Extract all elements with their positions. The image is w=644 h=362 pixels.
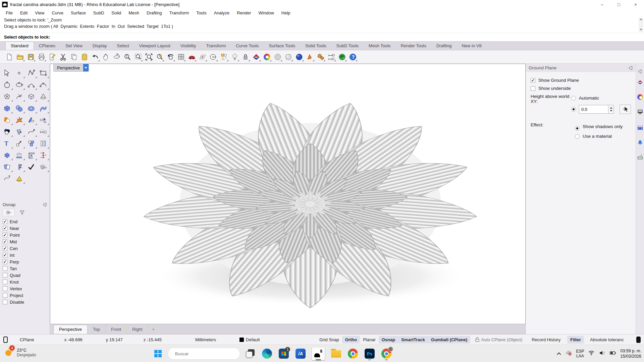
edit-annotate-icon[interactable] [48, 52, 57, 62]
checkbox[interactable]: ✓ [3, 239, 7, 244]
shaded-sphere-icon[interactable] [273, 52, 282, 62]
tolerance-readout[interactable]: Absolute toleranc [590, 337, 636, 342]
strip-color-wheel-icon[interactable] [636, 92, 644, 102]
volume-icon[interactable] [599, 350, 605, 358]
taskbar-app-chrome[interactable] [346, 347, 360, 360]
taskbar-app-chrome-profile[interactable] [380, 347, 393, 360]
osnap-row-vertex[interactable]: Vertex [0, 285, 50, 292]
rectangular-array-tool-icon[interactable] [25, 149, 37, 161]
select-tool-icon[interactable] [1, 67, 13, 79]
viewport-title-tab[interactable]: Perspective [53, 64, 89, 72]
grid-snap-toggle[interactable]: Grid Snap [316, 336, 342, 344]
checkbox[interactable] [3, 293, 7, 298]
search-input[interactable] [175, 351, 234, 356]
tab-standard[interactable]: Standard [5, 42, 34, 50]
distribute-tool-icon[interactable] [13, 149, 25, 161]
menu-render[interactable]: Render [233, 9, 255, 16]
torus-tool-icon[interactable] [25, 102, 37, 114]
strip-keyboard-icon[interactable] [636, 152, 644, 162]
cplane-button[interactable]: CPlane [20, 337, 34, 342]
record-history-button[interactable]: Record History [532, 337, 560, 342]
taskbar-app-file-explorer[interactable] [329, 347, 343, 360]
automatic-radio-row[interactable]: Automatic [571, 96, 631, 101]
polygon-tool-icon[interactable] [1, 90, 13, 102]
open-file-icon[interactable] [15, 52, 25, 62]
onedrive-error-icon[interactable] [565, 350, 572, 358]
osnap-row-quad[interactable]: Quad [0, 272, 50, 279]
ellipse-tool-icon[interactable] [13, 79, 25, 90]
close-button[interactable]: × [627, 0, 644, 9]
copy-array-tool-icon[interactable] [25, 137, 37, 149]
gray-boxes-tool-icon[interactable] [37, 161, 49, 173]
viewport-tab-perspective[interactable]: Perspective [53, 325, 88, 334]
tab-transform[interactable]: Transform [201, 42, 231, 50]
zoom-selected-icon[interactable] [155, 52, 164, 62]
menu-edit[interactable]: Edit [16, 9, 31, 16]
smarttrack-toggle[interactable]: SmartTrack [398, 336, 428, 344]
manual-height-radio[interactable] [571, 107, 576, 112]
tab-curve-tools[interactable]: Curve Tools [231, 42, 264, 50]
cut-icon[interactable] [58, 52, 68, 62]
display-wedge-icon[interactable] [252, 52, 261, 62]
menu-surface[interactable]: Surface [67, 9, 90, 16]
gumball-toggle[interactable]: Gumball (CPlane) [428, 336, 470, 344]
check-selection-tool-icon[interactable] [25, 161, 37, 173]
osnap-row-knot[interactable]: Knot [0, 279, 50, 285]
osnap-gear-icon[interactable] [43, 203, 47, 206]
strip-monitor-icon[interactable] [636, 107, 644, 117]
automatic-radio[interactable] [571, 96, 576, 101]
zoom-dynamic-icon[interactable] [123, 52, 132, 62]
panel-toggle-icon[interactable] [3, 337, 8, 343]
scroll-up-icon[interactable] [640, 18, 642, 20]
menu-mesh[interactable]: Mesh [125, 9, 143, 16]
menu-transform[interactable]: Transform [166, 9, 193, 16]
checkbox[interactable]: ✓ [3, 226, 7, 231]
tab-cplanes[interactable]: CPlanes [34, 42, 60, 50]
layer-color-swatch[interactable] [239, 338, 244, 342]
menu-analyze[interactable]: Analyze [210, 9, 233, 16]
tab-subd-tools[interactable]: SubD Tools [331, 42, 364, 50]
explode-burst-tool-icon[interactable] [13, 114, 25, 126]
osnap-tab-icon[interactable] [3, 209, 15, 216]
tab-solid-tools[interactable]: Solid Tools [300, 42, 331, 50]
maximize-button[interactable]: □ [610, 0, 627, 9]
menu-subd[interactable]: SubD [90, 9, 108, 16]
explode-puzzle-tool-icon[interactable] [1, 114, 13, 126]
rendered-sphere-icon[interactable] [284, 52, 293, 62]
selection-filter-tab-icon[interactable] [16, 209, 28, 216]
curve-through-points-tool-icon[interactable] [37, 79, 49, 90]
paste-icon[interactable] [80, 52, 89, 62]
surface-from-points-tool-icon[interactable] [25, 90, 37, 102]
osnap-row-disable[interactable]: Disable [0, 299, 50, 305]
units-button[interactable]: Millimeters [195, 337, 216, 342]
checkbox[interactable] [3, 300, 7, 304]
weather-widget[interactable]: 4 23°C Despejado [3, 347, 36, 359]
strip-help-window-icon[interactable] [636, 123, 644, 133]
checkbox[interactable]: ✓ [3, 253, 7, 257]
zoom-extents-icon[interactable] [144, 52, 154, 62]
zoom-window-icon[interactable] [133, 52, 143, 62]
tab-drafting[interactable]: Drafting [431, 42, 457, 50]
checkbox[interactable]: ✓ [3, 259, 7, 264]
osnap-row-near[interactable]: ✓Near [0, 225, 50, 232]
blue-sphere-icon[interactable] [294, 52, 304, 62]
pick-point-button[interactable] [620, 105, 631, 114]
minimize-button[interactable]: – [594, 0, 610, 9]
web-globe-icon[interactable] [337, 52, 347, 62]
command-scrollbar[interactable] [639, 17, 643, 32]
viewport-tab-top[interactable]: Top [88, 325, 106, 334]
checkbox[interactable]: ✓ [3, 219, 7, 224]
arc-tool-icon[interactable] [25, 79, 37, 90]
use-material-radio[interactable] [575, 134, 580, 139]
rotate-view-icon[interactable] [112, 52, 121, 62]
menu-window[interactable]: Window [255, 9, 278, 16]
circle-center-icon[interactable] [209, 52, 218, 62]
panel-toggle-icon[interactable] [636, 337, 641, 343]
bend-mannequin-tool-icon[interactable] [13, 161, 25, 173]
copy-icon[interactable] [69, 52, 78, 62]
start-button[interactable] [152, 347, 164, 360]
dimension-style-icon[interactable] [327, 52, 336, 62]
show-underside-label[interactable]: Show underside [538, 86, 571, 91]
tab-new-in-v8[interactable]: New in V8 [457, 42, 486, 50]
split-tool-icon[interactable] [25, 114, 37, 126]
